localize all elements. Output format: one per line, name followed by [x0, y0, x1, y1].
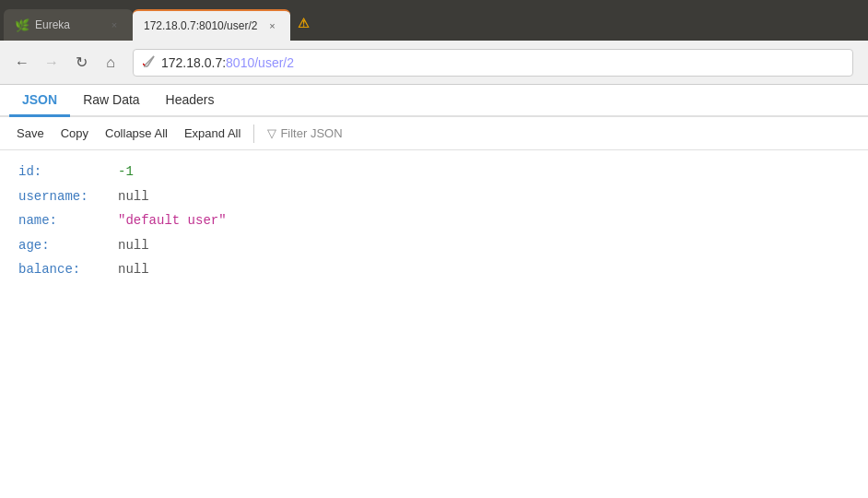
tab-api-title: 172.18.0.7:8010/user/2 — [144, 19, 257, 32]
json-row-username: username: null — [18, 184, 850, 209]
nav-bar: ← → ↻ ⌂ 172.18.0.7:8010/user/2 — [0, 41, 868, 85]
tab-eureka[interactable]: 🌿 Eureka × — [4, 9, 133, 41]
address-text: 172.18.0.7:8010/user/2 — [161, 55, 294, 70]
address-edit-icon — [143, 54, 156, 70]
json-toolbar: Save Copy Collapse All Expand All ▽ Filt… — [0, 117, 868, 150]
json-val-balance: null — [118, 257, 149, 282]
tab-json[interactable]: JSON — [9, 85, 70, 117]
json-content: id: -1 username: null name: "default use… — [0, 150, 868, 291]
json-row-age: age: null — [18, 233, 850, 258]
address-host: 172.18.0.7 — [161, 55, 222, 70]
json-val-name: "default user" — [118, 208, 227, 233]
forward-button[interactable]: → — [39, 50, 65, 76]
address-path: 8010/user/2 — [226, 55, 294, 70]
json-key-username: username: — [18, 184, 111, 209]
filter-icon: ▽ — [267, 126, 276, 140]
json-row-id: id: -1 — [18, 160, 850, 184]
filter-button[interactable]: ▽ Filter JSON — [260, 123, 349, 144]
home-button[interactable]: ⌂ — [98, 50, 123, 76]
json-row-balance: balance: null — [18, 257, 850, 282]
json-val-age: null — [118, 233, 149, 258]
tab-headers[interactable]: Headers — [153, 85, 228, 117]
address-bar[interactable]: 172.18.0.7:8010/user/2 — [133, 49, 853, 77]
browser-window: 🌿 Eureka × 172.18.0.7:8010/user/2 × ⚠ ← … — [0, 0, 868, 498]
svg-line-3 — [143, 64, 145, 65]
eureka-icon: 🌿 — [15, 18, 29, 32]
json-key-name: name: — [18, 208, 111, 233]
json-key-age: age: — [18, 233, 111, 258]
tab-eureka-close[interactable]: × — [107, 18, 122, 32]
tab-bar: 🌿 Eureka × 172.18.0.7:8010/user/2 × ⚠ — [0, 0, 868, 41]
reload-button[interactable]: ↻ — [68, 50, 94, 76]
tab-raw-data[interactable]: Raw Data — [70, 85, 152, 117]
warning-icon: ⚠ — [298, 16, 310, 30]
json-key-id: id: — [18, 160, 111, 184]
json-val-id: -1 — [118, 160, 134, 184]
json-val-username: null — [118, 184, 149, 209]
back-button[interactable]: ← — [9, 50, 35, 76]
tab-api[interactable]: 172.18.0.7:8010/user/2 × — [133, 9, 290, 41]
tab-api-close[interactable]: × — [264, 18, 279, 33]
copy-button[interactable]: Copy — [53, 123, 96, 144]
expand-all-button[interactable]: Expand All — [177, 123, 248, 144]
json-key-balance: balance: — [18, 257, 111, 282]
content-area: JSON Raw Data Headers Save Copy Collapse… — [0, 85, 868, 498]
viewer-tabs: JSON Raw Data Headers — [0, 85, 868, 117]
toolbar-divider — [253, 125, 254, 143]
json-row-name: name: "default user" — [18, 208, 850, 233]
collapse-all-button[interactable]: Collapse All — [98, 123, 175, 144]
save-button[interactable]: Save — [9, 123, 52, 144]
tab-eureka-title: Eureka — [35, 18, 100, 31]
